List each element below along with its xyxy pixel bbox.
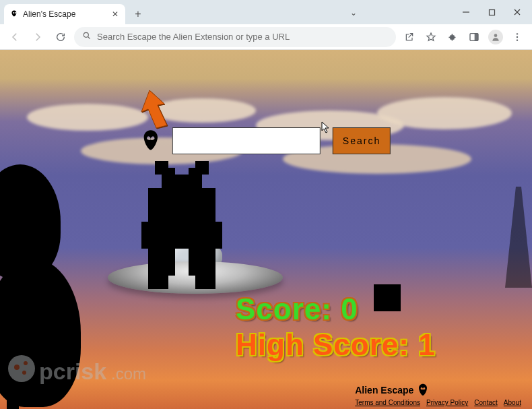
svg-line-5 <box>88 37 90 39</box>
svg-point-24 <box>8 355 35 382</box>
share-icon[interactable] <box>400 28 419 46</box>
score-label: Score: <box>236 292 341 325</box>
nav-reload-button[interactable] <box>51 28 70 46</box>
score-value: 0 <box>341 292 358 325</box>
svg-point-27 <box>22 371 26 375</box>
watermark: pcrisk .com <box>7 352 175 402</box>
alien-favicon-icon <box>9 9 19 19</box>
tab-close-icon[interactable]: ✕ <box>110 9 120 19</box>
tab-title: Alien's Escape <box>23 9 106 19</box>
svg-point-10 <box>517 36 518 37</box>
page-content: Search Score: 0 High Score: 1 pcrisk .co… <box>0 50 532 409</box>
svg-point-26 <box>24 361 28 365</box>
footer-brand: Alien Escape <box>355 385 413 396</box>
svg-point-11 <box>517 39 518 40</box>
svg-rect-23 <box>195 276 215 289</box>
toolbar-right-icons <box>400 28 527 46</box>
footer-link-privacy[interactable]: Privacy Policy <box>426 399 468 406</box>
svg-point-9 <box>517 33 518 34</box>
browser-toolbar: Search Escape the Alien Extension or typ… <box>0 24 532 50</box>
nav-back-button[interactable] <box>5 28 24 46</box>
score-display: Score: 0 <box>236 292 358 326</box>
omnibox[interactable]: Search Escape the Alien Extension or typ… <box>74 27 396 47</box>
extensions-puzzle-icon[interactable] <box>443 28 462 46</box>
window-minimize-button[interactable] <box>454 3 478 22</box>
bookmark-star-icon[interactable] <box>422 28 440 46</box>
svg-point-4 <box>84 32 88 37</box>
svg-rect-20 <box>148 249 175 276</box>
footer-link-about[interactable]: About <box>504 399 521 406</box>
window-maximize-button[interactable] <box>479 3 504 22</box>
page-search-input[interactable] <box>172 127 321 154</box>
svg-rect-22 <box>148 276 168 289</box>
window-close-button[interactable] <box>505 3 529 22</box>
new-tab-button[interactable]: + <box>129 5 147 23</box>
annotation-arrow-icon <box>129 89 176 129</box>
page-footer: Alien Escape Terms and Conditions Privac… <box>355 383 525 406</box>
highscore-value: 1 <box>418 328 435 361</box>
page-search-row: Search <box>141 127 391 154</box>
mouse-cursor-icon <box>321 121 331 136</box>
svg-rect-18 <box>141 222 222 249</box>
alien-logo-small-icon <box>418 383 428 397</box>
svg-rect-1 <box>489 9 494 15</box>
browser-tab-active[interactable]: Alien's Escape ✕ <box>4 4 125 24</box>
svg-text:.com: .com <box>111 365 146 383</box>
window-controls <box>454 0 529 24</box>
highscore-label: High Score: <box>236 328 418 361</box>
page-search-button[interactable]: Search <box>333 127 391 154</box>
search-icon <box>82 31 92 42</box>
svg-rect-7 <box>475 33 478 40</box>
watermark-text: pcrisk <box>39 358 106 384</box>
tab-list-chevron-icon[interactable]: ⌄ <box>350 8 357 18</box>
omnibox-placeholder: Search Escape the Alien Extension or typ… <box>97 32 388 42</box>
footer-link-contact[interactable]: Contact <box>474 399 497 406</box>
footer-link-terms[interactable]: Terms and Conditions <box>355 399 420 406</box>
svg-rect-21 <box>189 249 215 276</box>
kebab-menu-icon[interactable] <box>508 28 527 46</box>
nav-forward-button[interactable] <box>28 28 47 46</box>
svg-point-8 <box>494 34 498 37</box>
svg-point-25 <box>14 365 20 370</box>
alien-sprite <box>135 161 229 296</box>
footer-links: Terms and Conditions Privacy Policy Cont… <box>355 398 525 406</box>
svg-rect-17 <box>148 188 215 222</box>
alien-logo-icon <box>141 129 160 152</box>
profile-avatar[interactable] <box>486 28 505 46</box>
browser-titlebar: Alien's Escape ✕ + ⌄ <box>0 0 532 24</box>
highscore-display: High Score: 1 <box>236 328 436 362</box>
side-panel-icon[interactable] <box>465 28 484 46</box>
game-obstacle-block <box>374 284 401 311</box>
